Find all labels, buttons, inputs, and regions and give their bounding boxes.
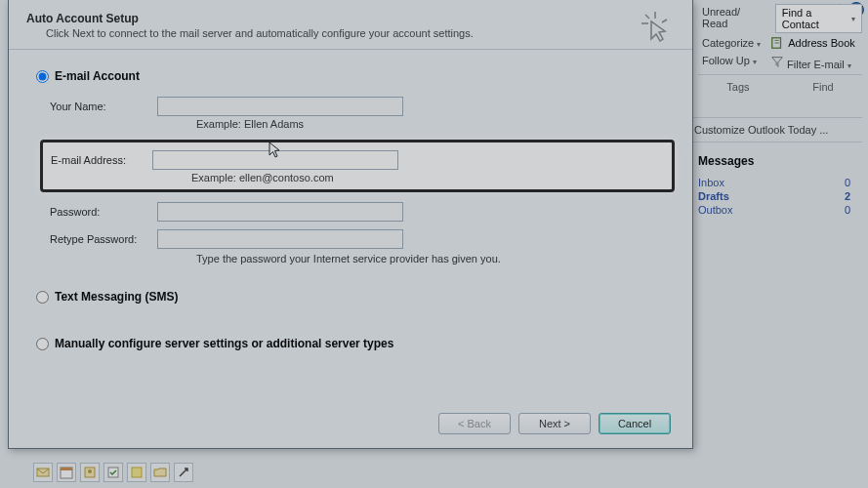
dialog-body: E-mail Account Your Name: Example: Ellen… xyxy=(9,50,692,374)
tasks-nav-icon[interactable] xyxy=(103,463,123,482)
dialog-footer: < Back Next > Cancel xyxy=(438,413,671,434)
your-name-row: Your Name: xyxy=(50,97,665,116)
svg-line-5 xyxy=(662,20,667,22)
retype-password-input[interactable] xyxy=(157,229,403,249)
nav-taskbar xyxy=(33,463,193,482)
radio-sms-label: Text Messaging (SMS) xyxy=(55,290,178,304)
folder-name: Inbox xyxy=(698,177,724,188)
ribbon-right: Unread/ Read Find a Contact ▾ Categorize… xyxy=(692,0,868,98)
folder-nav-icon[interactable] xyxy=(150,463,170,482)
svg-rect-15 xyxy=(132,468,142,477)
folder-count: 2 xyxy=(845,190,850,202)
wizard-cursor-icon xyxy=(638,10,673,45)
svg-line-6 xyxy=(645,15,649,19)
radio-email-account[interactable]: E-mail Account xyxy=(36,69,665,83)
radio-manual-label: Manually configure server settings or ad… xyxy=(55,337,393,350)
ribbon-group-find: Find xyxy=(812,81,833,93)
follow-up-label: Follow Up xyxy=(702,55,750,66)
email-label: E-mail Address: xyxy=(51,154,152,166)
retype-password-row: Retype Password: xyxy=(50,229,665,249)
back-button[interactable]: < Back xyxy=(438,413,511,434)
dialog-subtitle: Click Next to connect to the mail server… xyxy=(46,27,634,39)
folder-count: 0 xyxy=(845,204,850,216)
cancel-button[interactable]: Cancel xyxy=(599,413,671,434)
funnel-icon xyxy=(770,55,784,68)
radio-sms[interactable]: Text Messaging (SMS) xyxy=(36,290,665,304)
radio-sms-input[interactable] xyxy=(36,291,49,304)
find-contact-dropdown[interactable]: Find a Contact ▾ xyxy=(775,4,862,33)
messages-heading: Messages xyxy=(698,154,850,168)
filter-email-button[interactable]: Filter E-mail ▾ xyxy=(766,53,855,72)
messages-row-outbox[interactable]: Outbox 0 xyxy=(698,203,850,217)
svg-point-13 xyxy=(88,469,92,473)
email-input[interactable] xyxy=(152,150,398,170)
email-hint: Example: ellen@contoso.com xyxy=(191,172,664,183)
mail-nav-icon[interactable] xyxy=(33,463,53,482)
dialog-title: Auto Account Setup xyxy=(26,12,634,25)
filter-email-label: Filter E-mail xyxy=(787,59,845,70)
your-name-input[interactable] xyxy=(157,97,403,116)
follow-up-button[interactable]: Follow Up ▾ xyxy=(698,53,761,72)
radio-email-account-input[interactable] xyxy=(36,70,49,83)
messages-row-drafts[interactable]: Drafts 2 xyxy=(698,189,850,203)
email-field-highlight: E-mail Address: Example: ellen@contoso.c… xyxy=(40,140,675,192)
messages-row-inbox[interactable]: Inbox 0 xyxy=(698,176,850,189)
shortcuts-nav-icon[interactable] xyxy=(174,463,193,482)
find-contact-label: Find a Contact xyxy=(782,7,847,30)
categorize-button[interactable]: Categorize ▾ xyxy=(698,35,765,51)
chevron-down-icon: ▾ xyxy=(851,15,855,23)
radio-manual-input[interactable] xyxy=(36,338,49,350)
address-book-label: Address Book xyxy=(788,37,854,49)
password-label: Password: xyxy=(50,206,157,218)
chevron-down-icon: ▾ xyxy=(847,61,851,70)
chevron-down-icon: ▾ xyxy=(753,58,757,66)
customize-outlook-today-link[interactable]: Customize Outlook Today ... xyxy=(686,117,862,142)
contacts-nav-icon[interactable] xyxy=(80,463,100,482)
ribbon-group-tags: Tags xyxy=(726,81,749,93)
password-hint: Type the password your Internet service … xyxy=(196,253,665,264)
radio-email-account-label: E-mail Account xyxy=(55,69,140,83)
unread-read-button[interactable]: Unread/ Read xyxy=(698,4,769,33)
categorize-label: Categorize xyxy=(702,37,754,49)
password-row: Password: xyxy=(50,202,665,222)
calendar-nav-icon[interactable] xyxy=(57,463,76,482)
your-name-hint: Example: Ellen Adams xyxy=(196,118,665,130)
notes-nav-icon[interactable] xyxy=(127,463,146,482)
dialog-header: Auto Account Setup Click Next to connect… xyxy=(9,0,692,50)
folder-count: 0 xyxy=(845,177,850,188)
address-book-button[interactable]: Address Book xyxy=(770,35,854,51)
chevron-down-icon: ▾ xyxy=(757,40,761,49)
retype-password-label: Retype Password: xyxy=(50,233,157,245)
folder-name: Drafts xyxy=(698,190,729,202)
folder-name: Outbox xyxy=(698,204,732,216)
radio-manual[interactable]: Manually configure server settings or ad… xyxy=(36,337,665,350)
svg-rect-9 xyxy=(61,468,72,470)
next-button[interactable]: Next > xyxy=(518,413,591,434)
password-input[interactable] xyxy=(157,202,403,222)
address-book-icon xyxy=(770,36,784,50)
outlook-today-panel: Customize Outlook Today ... Messages Inb… xyxy=(686,117,862,217)
auto-account-setup-dialog: Auto Account Setup Click Next to connect… xyxy=(8,0,693,449)
your-name-label: Your Name: xyxy=(50,101,157,112)
email-row: E-mail Address: xyxy=(51,150,664,170)
